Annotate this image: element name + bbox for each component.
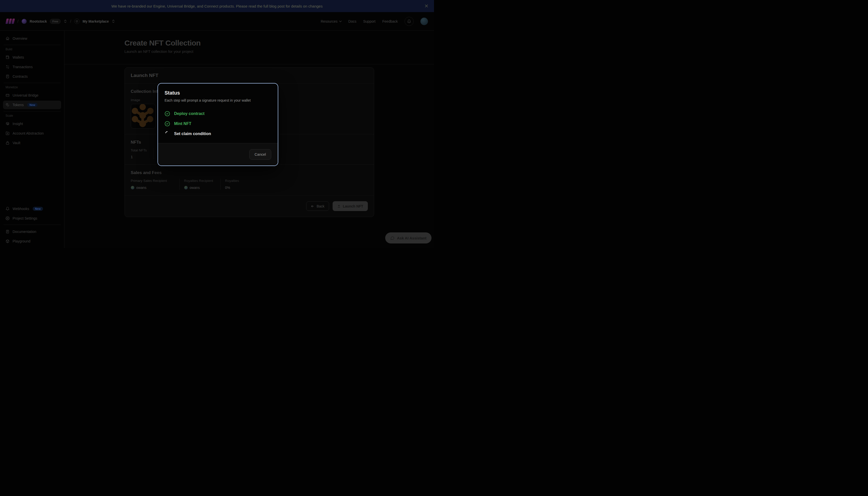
top-header: / Rootstock Free / My Marketplace Resour… — [0, 12, 434, 31]
royalties-recipient-label: Royalties Recipient — [184, 179, 220, 183]
nav-feedback[interactable]: Feedback — [383, 19, 398, 24]
sidebar: Overview Build Wallets Transactions Cont… — [0, 31, 64, 248]
sidebar-section-scale: Scale — [5, 114, 59, 118]
back-button[interactable]: Back — [306, 201, 329, 211]
lock-icon — [5, 141, 10, 145]
check-circle-icon — [165, 111, 170, 117]
page-subtitle: Launch an NFT collection for your projec… — [125, 49, 374, 53]
sidebar-item-account-abstraction[interactable]: Account Abstraction — [3, 129, 61, 138]
primary-sales-value: owans — [136, 186, 146, 190]
sidebar-item-webhooks[interactable]: Webhooks New — [3, 204, 61, 213]
coins-icon — [5, 103, 10, 107]
sidebar-item-wallets[interactable]: Wallets — [3, 53, 61, 62]
wallet-icon — [5, 55, 10, 59]
sales-fees-section: Sales and Fees Primary Sales Recipient o… — [125, 165, 374, 195]
chat-bubble-icon — [390, 236, 394, 240]
book-icon — [5, 230, 10, 234]
sidebar-item-universal-bridge[interactable]: Universal Bridge — [3, 91, 61, 99]
wallet-avatar — [184, 186, 188, 189]
step-deploy-contract: Deploy contract — [165, 109, 271, 119]
project-switcher-chevrons-icon[interactable] — [112, 19, 115, 23]
sidebar-section-build: Build — [5, 48, 59, 51]
close-icon[interactable]: ✕ — [423, 2, 430, 10]
primary-sales-label: Primary Sales Recipient — [131, 179, 180, 183]
arrow-left-icon — [311, 204, 314, 208]
thirdweb-logo-icon[interactable] — [6, 19, 14, 24]
transactions-arrows-icon — [5, 65, 10, 69]
status-modal: Status Each step will prompt a signature… — [157, 83, 278, 166]
bell-icon — [407, 19, 411, 24]
wallet-avatar — [131, 186, 134, 189]
home-icon — [5, 36, 10, 41]
bridge-card-icon — [5, 93, 10, 97]
page-title: Create NFT Collection — [125, 39, 374, 47]
sidebar-item-tokens[interactable]: Tokens New — [3, 100, 61, 109]
step-mint-nft: Mint NFT — [165, 119, 271, 129]
sidebar-item-vault[interactable]: Vault — [3, 139, 61, 147]
team-switcher-chevrons-icon[interactable] — [64, 19, 67, 23]
ask-ai-assistant-button[interactable]: Ask AI Assistant — [385, 232, 432, 244]
check-circle-icon — [165, 121, 170, 126]
nft-collection-image — [131, 104, 155, 128]
sidebar-item-overview[interactable]: Overview — [3, 34, 61, 43]
nav-docs[interactable]: Docs — [348, 19, 357, 24]
upload-icon — [337, 204, 341, 208]
folder-icon — [5, 131, 10, 135]
modal-title: Status — [165, 90, 271, 96]
sidebar-item-documentation[interactable]: Documentation — [3, 227, 61, 236]
contract-file-icon — [5, 75, 10, 78]
breadcrumb-separator: / — [17, 19, 19, 24]
royalties-recipient-value: owans — [190, 186, 200, 190]
breadcrumb-project[interactable]: My Marketplace — [82, 19, 109, 24]
launch-nft-button[interactable]: Launch NFT — [332, 201, 368, 211]
team-avatar — [22, 19, 27, 24]
divider — [3, 224, 61, 225]
banner-text: We have re-branded our Engine, Universal… — [111, 4, 323, 8]
divider — [3, 83, 61, 83]
cube-icon — [5, 239, 10, 243]
plan-badge: Free — [50, 19, 61, 24]
breadcrumb-team[interactable]: Rootstock — [30, 19, 47, 24]
user-avatar[interactable] — [420, 18, 428, 25]
card-title: Launch NFT — [131, 73, 368, 78]
webhooks-new-badge: New — [33, 207, 43, 211]
nav-resources[interactable]: Resources — [321, 19, 342, 24]
step-set-claim-condition: Set claim condition — [165, 129, 271, 139]
divider — [3, 45, 61, 45]
modal-subtitle: Each step will prompt a signature reques… — [165, 98, 271, 103]
bell-icon — [5, 207, 10, 211]
gear-icon — [5, 216, 10, 220]
sales-fees-title: Sales and Fees — [131, 170, 368, 175]
insight-box-icon — [5, 122, 10, 126]
royalties-label: Royalties — [225, 179, 239, 183]
sidebar-section-monetize: Monetize — [5, 86, 59, 89]
rebrand-banner: We have re-branded our Engine, Universal… — [0, 0, 434, 12]
total-nfts-label: Total NFTs — [131, 149, 154, 152]
sidebar-item-insight[interactable]: Insight — [3, 120, 61, 128]
sidebar-item-playground[interactable]: Playground — [3, 237, 61, 246]
breadcrumb-separator: / — [70, 19, 71, 24]
notifications-button[interactable] — [405, 17, 414, 26]
divider — [3, 111, 61, 111]
sidebar-item-contracts[interactable]: Contracts — [3, 72, 61, 81]
total-nfts-value: 1 — [131, 155, 154, 159]
royalties-value: 0% — [225, 186, 230, 190]
chevron-down-icon — [339, 21, 342, 22]
divider — [64, 64, 434, 64]
sidebar-item-transactions[interactable]: Transactions — [3, 63, 61, 71]
nav-support[interactable]: Support — [363, 19, 375, 24]
cancel-button[interactable]: Cancel — [249, 149, 271, 160]
sidebar-item-project-settings[interactable]: Project Settings — [3, 214, 61, 222]
tokens-new-badge: New — [27, 103, 37, 107]
spinner-icon — [165, 131, 170, 137]
project-cube-icon — [74, 19, 79, 24]
